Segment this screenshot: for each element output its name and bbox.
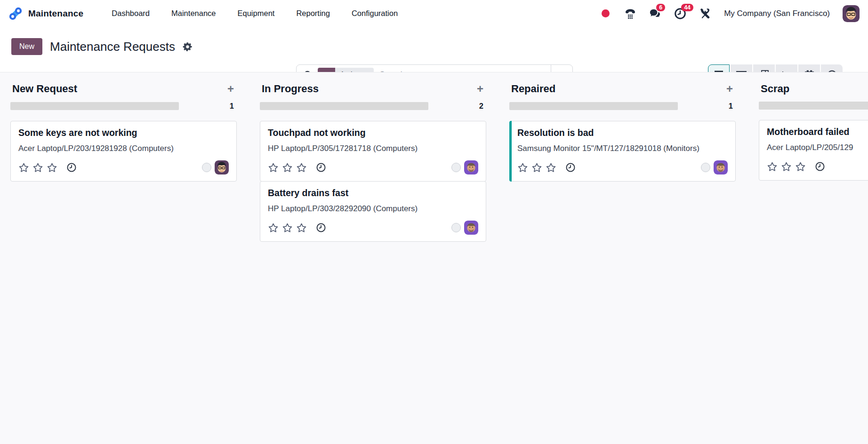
card-title: Motherboard failed: [767, 127, 868, 137]
add-card-button[interactable]: +: [726, 83, 733, 95]
card-equipment: Acer Laptop/LP/205/129: [767, 142, 868, 154]
star-icon[interactable]: [47, 162, 57, 173]
column-count: 1: [230, 102, 237, 111]
activity-clock-icon[interactable]: [66, 162, 77, 173]
messages-badge: 6: [656, 4, 665, 12]
priority-stars: [268, 222, 307, 233]
column-progress-bar[interactable]: [260, 102, 428, 110]
kanban-card[interactable]: Resolution is bad Samsung Monitor 15"/MT…: [509, 121, 736, 182]
column-progress-bar[interactable]: [10, 102, 179, 110]
card-equipment: HP Laptop/LP/303/28292090 (Computers): [268, 203, 460, 215]
star-icon[interactable]: [531, 162, 542, 173]
menu-maintenance[interactable]: Maintenance: [171, 9, 216, 18]
column-count: 2: [479, 102, 486, 111]
star-icon[interactable]: [282, 162, 293, 173]
priority-stars: [767, 161, 806, 172]
company-selector[interactable]: My Company (San Francisco): [724, 9, 830, 18]
kanban-board: New Request + 1 Some keys are not workin…: [0, 72, 868, 444]
card-title: Battery drains fast: [268, 188, 478, 198]
add-card-button[interactable]: +: [227, 83, 234, 95]
assignee-avatar[interactable]: [464, 160, 478, 174]
card-equipment: HP Laptop/LP/305/17281718 (Computers): [268, 143, 460, 155]
card-title: Some keys are not working: [18, 127, 229, 138]
assignee-avatar[interactable]: [464, 221, 478, 235]
activity-clock-icon[interactable]: [565, 162, 576, 173]
card-equipment: Acer Laptop/LP/203/19281928 (Computers): [18, 143, 210, 155]
messages-icon[interactable]: 6: [649, 8, 661, 20]
assignee-avatar[interactable]: [714, 160, 728, 174]
star-icon[interactable]: [546, 162, 556, 173]
app-switcher[interactable]: Maintenance: [8, 7, 83, 21]
card-title: Resolution is bad: [517, 127, 728, 138]
top-navbar: Maintenance Dashboard Maintenance Equipm…: [0, 0, 868, 27]
gear-icon[interactable]: [183, 42, 193, 52]
activity-clock-icon[interactable]: [316, 162, 326, 173]
kanban-column-repaired: Repaired + 1 Resolution is bad Samsung M…: [509, 83, 736, 182]
kanban-column-in-progress: In Progress + 2 Touchpad not working HP …: [260, 83, 486, 242]
systray: 6 44 My Company (San Francisco): [599, 5, 860, 22]
kanban-state-circle[interactable]: [701, 163, 710, 172]
activity-clock-icon[interactable]: [316, 222, 326, 233]
activities-clock-icon[interactable]: 44: [674, 8, 686, 20]
activity-clock-icon[interactable]: [815, 161, 825, 172]
star-icon[interactable]: [268, 162, 279, 173]
menu-configuration[interactable]: Configuration: [352, 9, 398, 18]
assignee-avatar[interactable]: [215, 160, 229, 174]
column-title: Repaired: [511, 83, 555, 95]
phone-icon[interactable]: [624, 8, 636, 20]
column-title: Scrap: [761, 83, 789, 95]
kanban-state-circle[interactable]: [451, 223, 461, 232]
kanban-state-circle[interactable]: [202, 163, 211, 172]
kanban-card[interactable]: Touchpad not working HP Laptop/LP/305/17…: [260, 121, 486, 182]
column-title: In Progress: [262, 83, 319, 95]
status-red-dot-icon[interactable]: [599, 8, 611, 20]
column-count: 1: [729, 102, 736, 111]
page-title: Maintenance Requests: [50, 40, 175, 54]
star-icon[interactable]: [767, 161, 778, 172]
star-icon[interactable]: [517, 162, 528, 173]
control-panel: New Maintenance Requests: [0, 27, 868, 72]
user-avatar[interactable]: [843, 5, 860, 22]
new-button[interactable]: New: [11, 38, 42, 55]
kanban-state-circle[interactable]: [451, 163, 461, 172]
star-icon[interactable]: [296, 222, 307, 233]
card-title: Touchpad not working: [268, 127, 478, 138]
kanban-column-new-request: New Request + 1 Some keys are not workin…: [10, 83, 237, 182]
column-progress-bar[interactable]: [759, 102, 868, 110]
odoo-maintenance-logo-icon: [8, 7, 23, 21]
priority-stars: [268, 162, 307, 173]
menu-reporting[interactable]: Reporting: [296, 9, 330, 18]
activities-badge: 44: [681, 4, 693, 12]
star-icon[interactable]: [795, 161, 806, 172]
main-menu: Dashboard Maintenance Equipment Reportin…: [112, 9, 398, 18]
star-icon[interactable]: [781, 161, 792, 172]
column-title: New Request: [12, 83, 77, 95]
kanban-card[interactable]: Motherboard failed Acer Laptop/LP/205/12…: [759, 120, 868, 181]
priority-stars: [517, 162, 556, 173]
card-equipment: Samsung Monitor 15"/MT/127/18291018 (Mon…: [517, 143, 709, 155]
star-icon[interactable]: [32, 162, 43, 173]
kanban-card[interactable]: Some keys are not working Acer Laptop/LP…: [10, 121, 237, 182]
kanban-column-scrap: Scrap + Motherboard failed Acer Laptop/L…: [759, 83, 868, 181]
priority-stars: [18, 162, 57, 173]
star-icon[interactable]: [18, 162, 29, 173]
column-progress-bar[interactable]: [509, 102, 678, 110]
menu-equipment[interactable]: Equipment: [238, 9, 275, 18]
tools-icon[interactable]: [699, 8, 711, 20]
app-name: Maintenance: [28, 8, 83, 19]
star-icon[interactable]: [296, 162, 307, 173]
star-icon[interactable]: [268, 222, 279, 233]
kanban-card[interactable]: Battery drains fast HP Laptop/LP/303/282…: [260, 181, 486, 242]
menu-dashboard[interactable]: Dashboard: [112, 9, 150, 18]
add-card-button[interactable]: +: [477, 83, 483, 95]
star-icon[interactable]: [282, 222, 293, 233]
maintenance-app-window: Maintenance Dashboard Maintenance Equipm…: [0, 0, 868, 444]
